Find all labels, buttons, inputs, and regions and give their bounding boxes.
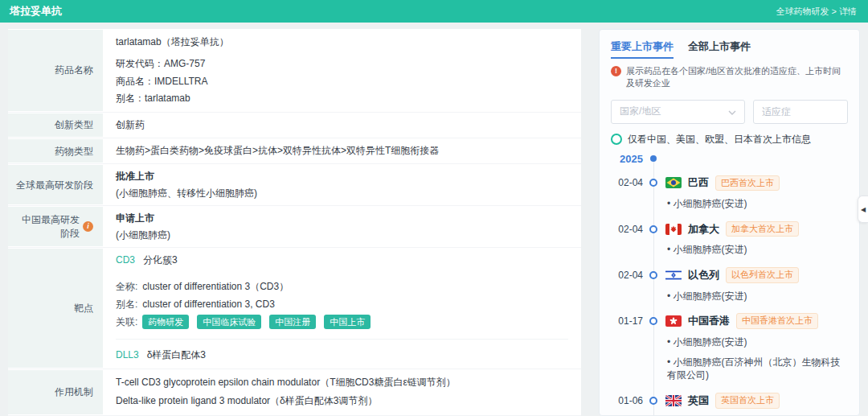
timeline-event-date: 02-04 xyxy=(611,224,643,235)
page-title: 塔拉妥单抗 xyxy=(10,4,62,19)
target-alias-row: 别名:cluster of differentiation 3, CD3 xyxy=(116,296,568,313)
drug-brand-line: 商品名：IMDELLTRA xyxy=(116,73,568,90)
collapse-panel-handle[interactable]: ◀ xyxy=(858,196,868,223)
china-stage-value: 申请上市 (小细胞肺癌) xyxy=(103,206,581,247)
target-alias-label: 别名: xyxy=(116,298,137,311)
info-icon[interactable]: i xyxy=(83,221,93,232)
timeline-country-name[interactable]: 巴西 xyxy=(688,175,709,190)
timeline-marker-icon xyxy=(649,317,657,325)
timeline-event-header: 02-04加拿大加拿大首次上市 xyxy=(611,221,848,237)
field-label: 药物类型 xyxy=(8,139,103,163)
global-stage-text: 批准上市 xyxy=(116,168,568,185)
field-row-global-stage: 全球最高研发阶段 批准上市 (小细胞肺癌、转移性小细胞肺癌) xyxy=(8,164,581,206)
target-assoc-tag[interactable]: 药物研发 xyxy=(142,315,189,329)
drug-info-panel: 药品名称 tarlatamab（塔拉妥单抗） 研发代码：AMG-757 商品名：… xyxy=(8,29,581,416)
timeline-year-label: 2025 xyxy=(611,153,643,165)
global-stage-note: (小细胞肺癌、转移性小细胞肺癌) xyxy=(116,186,568,201)
field-row-drug-name: 药品名称 tarlatamab（塔拉妥单抗） 研发代码：AMG-757 商品名：… xyxy=(8,29,581,113)
target-entry: DLL3δ样蛋白配体3 xyxy=(116,339,568,364)
target-assoc-tag[interactable]: 中国临床试验 xyxy=(197,315,261,329)
target-symbol-link[interactable]: DLL3 xyxy=(116,349,139,360)
country-select-placeholder: 国家/地区 xyxy=(620,105,661,118)
tab-all-events[interactable]: 全部上市事件 xyxy=(688,39,751,59)
drug-code-line: 研发代码：AMG-757 xyxy=(116,56,568,72)
innovation-type-text: 创新药 xyxy=(116,117,568,134)
timeline-year-dot xyxy=(650,155,657,162)
field-row-innovation-type: 创新类型 创新药 xyxy=(8,113,581,138)
target-fullname-label: 全称: xyxy=(116,280,137,294)
flag-icon-ca xyxy=(665,224,682,235)
timeline-event-item: • 小细胞肺癌(百济神州（北京）生物科技有限公司) xyxy=(667,356,848,383)
country-select[interactable]: 国家/地区 xyxy=(611,100,745,124)
collapse-left-icon: ◀ xyxy=(861,206,866,213)
target-symbol-link[interactable]: CD3 xyxy=(116,254,135,266)
tab-important-events[interactable]: 重要上市事件 xyxy=(611,39,674,59)
first-listing-radio[interactable]: 仅看中国、美国、欧盟、日本首次上市信息 xyxy=(611,133,848,146)
timeline-country-name[interactable]: 英国 xyxy=(688,393,709,408)
timeline-event-header: 02-04以色列以色列首次上市 xyxy=(611,267,848,282)
target-head: CD3分化簇3 xyxy=(116,252,568,269)
flag-icon-gb xyxy=(665,395,682,406)
target-head: DLL3δ样蛋白配体3 xyxy=(116,347,568,364)
first-listing-badge: 英国首次上市 xyxy=(715,393,780,408)
target-assoc-tag[interactable]: 中国上市 xyxy=(324,315,371,329)
moa-line: T-cell CD3 glycoprotein epsilon chain mo… xyxy=(116,373,568,392)
flag-icon-hk xyxy=(665,315,682,327)
chevron-down-icon xyxy=(728,106,736,117)
field-row-targets: 靶点 CD3分化簇3全称:cluster of differentiation … xyxy=(8,248,581,369)
drug-type-value: 生物药>蛋白类药物>免疫球蛋白>抗体>双特异性抗体>双特异性T细胞衔接器 xyxy=(103,138,581,163)
moa-list: T-cell CD3 glycoprotein epsilon chain mo… xyxy=(103,369,581,415)
target-alias-value: cluster of differentiation 3, CD3 xyxy=(142,298,275,311)
field-row-drug-type: 药物类型 生物药>蛋白类药物>免疫球蛋白>抗体>双特异性抗体>双特异性T细胞衔接… xyxy=(8,138,581,164)
timeline-event-item: • 小细胞肺癌(安进) xyxy=(667,290,848,303)
drug-alias-line: 别名：tarlatamab xyxy=(116,90,568,107)
timeline-event-item: • 小细胞肺癌(安进) xyxy=(667,336,848,349)
first-listing-badge: 巴西首次上市 xyxy=(715,175,780,191)
radio-icon[interactable] xyxy=(611,134,622,145)
timeline-event-date: 02-04 xyxy=(611,270,643,281)
drug-name-value: tarlatamab（塔拉妥单抗） 研发代码：AMG-757 商品名：IMDEL… xyxy=(103,29,581,112)
target-fullname-row: 全称:cluster of differentiation 3（CD3） xyxy=(116,278,568,295)
timeline-event-header: 01-06英国英国首次上市 xyxy=(611,393,848,408)
drug-type-text: 生物药>蛋白类药物>免疫球蛋白>抗体>双特异性抗体>双特异性T细胞衔接器 xyxy=(116,142,568,159)
timeline-event-item: • 小细胞肺癌(安进) xyxy=(667,197,848,211)
target-assoc-label: 关联: xyxy=(116,315,137,329)
main-content: 药品名称 tarlatamab（塔拉妥单抗） 研发代码：AMG-757 商品名：… xyxy=(0,23,868,416)
target-cn-name: 分化簇3 xyxy=(143,254,178,266)
breadcrumb[interactable]: 全球药物研发 > 详情 xyxy=(776,6,857,18)
timeline-country-name[interactable]: 中国香港 xyxy=(688,314,730,328)
china-stage-note: (小细胞肺癌) xyxy=(116,228,568,243)
field-label: 靶点 xyxy=(8,249,103,368)
target-entry: CD3分化簇3全称:cluster of differentiation 3（C… xyxy=(116,252,568,332)
market-events-panel: 重要上市事件全部上市事件 ! 展示药品在各个国家/地区首次批准的适应症、上市时间… xyxy=(599,29,860,416)
first-listing-badge: 以色列首次上市 xyxy=(726,267,799,282)
events-filters: 国家/地区 xyxy=(611,100,848,124)
target-detail-rows: 全称:cluster of differentiation 3（CD3）别名:c… xyxy=(116,278,568,331)
flag-icon-br xyxy=(665,177,682,188)
field-label: 药品名称 xyxy=(8,30,103,111)
timeline-event-header: 01-17中国香港中国香港首次上市 xyxy=(611,313,848,328)
timeline-event-date: 01-06 xyxy=(611,395,643,406)
timeline-year-row: 2025 xyxy=(611,153,848,165)
alert-icon: ! xyxy=(611,66,621,76)
indication-filter-input[interactable] xyxy=(753,100,848,124)
field-label: 中国最高研发阶段 i xyxy=(8,207,103,246)
drug-primary-name: tarlatamab（塔拉妥单抗） xyxy=(116,33,568,56)
target-cn-name: δ样蛋白配体3 xyxy=(147,349,206,360)
timeline-event-date: 02-04 xyxy=(611,177,643,188)
field-label: 创新类型 xyxy=(8,113,103,137)
radio-label: 仅看中国、美国、欧盟、日本首次上市信息 xyxy=(628,133,811,146)
moa-line: Delta-like protein ligand 3 modulator（δ样… xyxy=(116,392,568,410)
events-note-text: 展示药品在各个国家/地区首次批准的适应症、上市时间及研发企业 xyxy=(626,65,848,90)
page: 塔拉妥单抗 全球药物研发 > 详情 药品名称 tarlatamab（塔拉妥单抗）… xyxy=(0,0,868,416)
field-label: 作用机制 xyxy=(8,370,103,414)
events-note: ! 展示药品在各个国家/地区首次批准的适应症、上市时间及研发企业 xyxy=(611,65,848,90)
field-row-china-stage: 中国最高研发阶段 i 申请上市 (小细胞肺癌) xyxy=(8,206,581,248)
timeline-country-name[interactable]: 以色列 xyxy=(688,268,719,282)
timeline-country-name[interactable]: 加拿大 xyxy=(688,222,719,237)
timeline-marker-icon xyxy=(649,225,657,233)
target-assoc-tag[interactable]: 中国注册 xyxy=(269,315,316,329)
timeline-marker-icon xyxy=(649,179,657,187)
target-fullname-value: cluster of differentiation 3（CD3） xyxy=(142,280,289,294)
field-row-moa: 作用机制 T-cell CD3 glycoprotein epsilon cha… xyxy=(8,369,581,416)
